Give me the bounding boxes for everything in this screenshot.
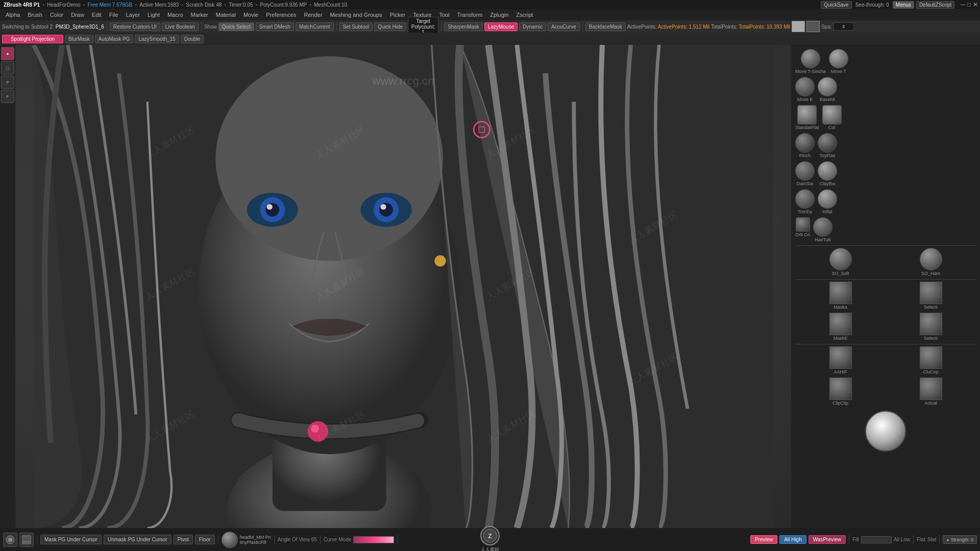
double-button[interactable]: Double: [181, 35, 204, 43]
canvas-area[interactable]: 人人素材社区 人人素材社区 人人素材社区 人人素材社区 人人素材社区 人人素材社…: [15, 45, 791, 528]
lazy-smooth-button[interactable]: LazySmooth_15: [135, 35, 179, 43]
match-current-button[interactable]: MatchCurrent: [296, 22, 334, 31]
lazy-mouse-button[interactable]: LazyMouse: [484, 22, 518, 31]
menu-render[interactable]: Render: [301, 11, 326, 19]
maska-icon[interactable]: [829, 282, 852, 304]
brush-orb-cri[interactable]: Orb Cri: [795, 217, 810, 242]
left-tool-pivot[interactable]: P: [1, 76, 14, 89]
brush-trimdy[interactable]: TrimDy: [795, 189, 815, 214]
sphere-preview[interactable]: [865, 411, 906, 452]
brush-col[interactable]: Col: [822, 105, 842, 130]
live-boolean-button[interactable]: Live Boolean: [162, 22, 199, 31]
menu-alpha[interactable]: Alpha: [2, 11, 23, 19]
restore-custom-ui-button[interactable]: Restore Custom UI: [110, 22, 160, 31]
menu-transform[interactable]: Transform: [454, 11, 486, 19]
selecti-section[interactable]: Selecti: [886, 282, 976, 310]
head-demo[interactable]: HeadForDemo: [45, 2, 82, 8]
brush-hairtub[interactable]: HairTub: [813, 217, 832, 242]
menu-zscript[interactable]: Zscript: [512, 11, 536, 19]
all-high-button[interactable]: All High: [779, 535, 806, 544]
maske-icon[interactable]: [829, 313, 852, 335]
menu-meshing[interactable]: Meshing and Groups: [327, 11, 386, 19]
floor-button[interactable]: Floor: [195, 535, 215, 544]
brush-move-t-sincha[interactable]: Move T-Sincha: [795, 49, 826, 74]
brush-move-e[interactable]: Move E: [795, 77, 815, 102]
menu-zplugin[interactable]: Zplugin: [486, 11, 512, 19]
selecti2-icon[interactable]: [920, 313, 942, 335]
preview-button[interactable]: Preview: [750, 535, 778, 544]
model-viewport[interactable]: 人人素材社区 人人素材社区 人人素材社区 人人素材社区 人人素材社区 人人素材社…: [15, 45, 791, 528]
selecti-icon[interactable]: [920, 282, 942, 304]
brush-basemi[interactable]: BaseMi: [818, 77, 837, 102]
menu-brush[interactable]: Brush: [24, 11, 46, 19]
fill-bar[interactable]: [861, 536, 892, 543]
menu-material[interactable]: Material: [212, 11, 239, 19]
maska-section[interactable]: Maska: [795, 282, 886, 310]
menu-picker[interactable]: Picker: [386, 11, 409, 19]
actual-icon[interactable]: [920, 378, 942, 400]
aahif-section[interactable]: AAHiF: [795, 346, 886, 374]
color-swatch-gray[interactable]: [806, 21, 820, 32]
pivot-button[interactable]: Pivot: [174, 535, 193, 544]
brush-claybui[interactable]: ClayBui: [818, 161, 837, 186]
bottom-icon-1[interactable]: [3, 533, 17, 547]
zbrush-logo-circle[interactable]: Z: [480, 526, 500, 545]
was-preview-button[interactable]: WasPreview: [808, 535, 846, 544]
left-tool-1[interactable]: ●: [1, 47, 14, 60]
menu-light[interactable]: Light: [144, 11, 163, 19]
sharpen-mask-button[interactable]: SharpenMask: [444, 22, 483, 31]
curve-mode-bar[interactable]: [353, 536, 394, 543]
menus-button[interactable]: Menus: [893, 1, 914, 9]
menu-layer[interactable]: Layer: [122, 11, 144, 19]
brush-inflat[interactable]: Inflat: [818, 189, 837, 214]
menu-movie[interactable]: Movie: [240, 11, 262, 19]
so-soft-section[interactable]: SO_Soft: [795, 248, 886, 276]
backface-mask-button[interactable]: BackfaceMask: [585, 22, 626, 31]
brush-standar-flat[interactable]: StandarFlat: [795, 105, 819, 130]
accu-curve-button[interactable]: AccuCurve: [548, 22, 580, 31]
brush-damsta[interactable]: DamSta: [795, 161, 815, 186]
actual-section[interactable]: Actual: [886, 378, 976, 406]
so-ham-icon[interactable]: [920, 248, 942, 270]
maximize-button[interactable]: □: [967, 1, 971, 8]
default-zscript-button[interactable]: DefaultZScript: [916, 1, 954, 9]
clipclip-icon[interactable]: [829, 378, 852, 400]
minimize-button[interactable]: ─: [961, 1, 965, 8]
set-subtool-button[interactable]: Set Subtool: [339, 22, 373, 31]
brush-preview-icon[interactable]: [222, 532, 238, 548]
clucop-icon[interactable]: [920, 346, 942, 369]
aahif-icon[interactable]: [829, 346, 852, 369]
close-button[interactable]: ✕: [973, 1, 978, 8]
smart-dmesh-button[interactable]: Smart DMesh: [256, 22, 294, 31]
so-ham-section[interactable]: SO_Ham: [886, 248, 976, 276]
menu-color[interactable]: Color: [46, 11, 67, 19]
menu-draw[interactable]: Draw: [67, 11, 88, 19]
selecti2-section[interactable]: Selecti: [886, 313, 976, 341]
mask-pg-button[interactable]: Mask PG Under Cursor: [40, 535, 102, 544]
brush-pinch[interactable]: Pinch: [795, 133, 815, 158]
color-swatch-white[interactable]: [792, 21, 805, 32]
see-through[interactable]: See-through: 0: [854, 2, 891, 8]
bottom-icon-2[interactable]: [19, 533, 34, 547]
dynamic-button[interactable]: Dynamic: [519, 22, 546, 31]
quick-hide-button[interactable]: Quick Hide: [374, 22, 406, 31]
so-soft-icon[interactable]: [829, 248, 852, 270]
menu-preferences[interactable]: Preferences: [262, 11, 300, 19]
brush-toyflas[interactable]: ToyFlas: [818, 133, 837, 158]
strength-button[interactable]: ⬥ Strength: 0: [943, 535, 977, 544]
blur-mask-button[interactable]: BlurMask: [65, 35, 93, 43]
auto-mask-pg-button[interactable]: AutoMask PG: [95, 35, 134, 43]
maske-section[interactable]: MaskE: [795, 313, 886, 341]
left-tool-floor[interactable]: F: [1, 90, 14, 103]
quicksave-button[interactable]: QuickSave: [821, 1, 851, 9]
menu-marker[interactable]: Marker: [187, 11, 212, 19]
unmask-pg-button[interactable]: Unmask PG Under Cursor: [104, 535, 172, 544]
menu-file[interactable]: File: [106, 11, 122, 19]
brush-move-t[interactable]: Move T: [829, 49, 848, 74]
clipclip-section[interactable]: ClipClip: [795, 378, 886, 406]
menu-macro[interactable]: Macro: [164, 11, 187, 19]
quick-select-button[interactable]: Quick Select: [218, 22, 254, 31]
menu-edit[interactable]: Edit: [88, 11, 105, 19]
clucop-section[interactable]: CluCop: [886, 346, 976, 374]
spotlight-projection-button[interactable]: Spotlight Projection: [2, 35, 63, 43]
